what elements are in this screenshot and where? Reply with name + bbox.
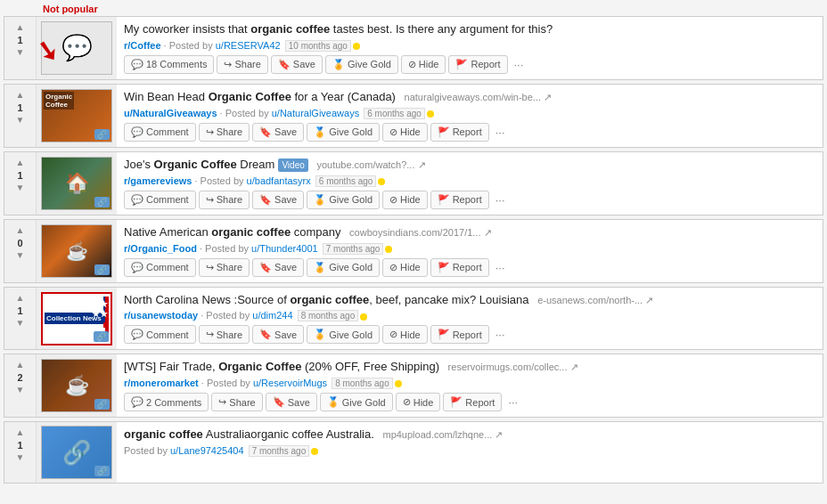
time-badge: 7 months ago bbox=[249, 445, 310, 457]
action-save-button[interactable]: 🔖Save bbox=[252, 123, 304, 142]
action-icon: 🔖 bbox=[259, 194, 272, 206]
action-18-comments-button[interactable]: 💬18 Comments bbox=[124, 55, 214, 74]
downvote-button[interactable]: ▼ bbox=[12, 250, 29, 261]
downvote-button[interactable]: ▼ bbox=[12, 47, 29, 58]
post-content: [WTS] Fair Trade, Organic Coffee (20% OF… bbox=[117, 354, 823, 417]
action-report-button[interactable]: 🚩Report bbox=[430, 191, 489, 209]
upvote-button[interactable]: ▲ bbox=[12, 158, 29, 168]
action-report-button[interactable]: 🚩Report bbox=[448, 55, 507, 74]
subreddit-link[interactable]: u/NaturalGiveaways bbox=[124, 108, 217, 118]
action-icon: 🔖 bbox=[273, 396, 285, 408]
subreddit-link[interactable]: r/usanewstoday bbox=[124, 310, 198, 321]
action-comment-button[interactable]: 💬Comment bbox=[124, 191, 196, 209]
subreddit-link[interactable]: r/Coffee bbox=[124, 40, 161, 51]
action-share-button[interactable]: ↪Share bbox=[211, 393, 262, 411]
action-share-button[interactable]: ↪Share bbox=[199, 123, 250, 142]
action-save-button[interactable]: 🔖Save bbox=[252, 258, 304, 277]
post-item-5: ▲1▼ Collection News ★★★★★★ 🔗North Caroli… bbox=[4, 287, 823, 351]
action-label: Share bbox=[217, 329, 242, 340]
external-link[interactable]: cowboysindians.com/2017/1... ↗ bbox=[349, 227, 491, 238]
upvote-button[interactable]: ▲ bbox=[12, 22, 29, 33]
action-comment-button[interactable]: 💬Comment bbox=[124, 325, 196, 344]
downvote-button[interactable]: ▼ bbox=[12, 318, 29, 329]
action-label: Give Gold bbox=[329, 329, 373, 340]
username-link[interactable]: u/ReservoirMugs bbox=[253, 378, 327, 388]
more-options-button[interactable]: ··· bbox=[504, 394, 521, 411]
downvote-button[interactable]: ▼ bbox=[12, 115, 29, 126]
action-give-gold-button[interactable]: 🏅Give Gold bbox=[307, 123, 380, 142]
downvote-button[interactable]: ▼ bbox=[12, 183, 29, 193]
subreddit-link[interactable]: r/moneromarket bbox=[124, 378, 199, 388]
action-icon: 🏅 bbox=[332, 59, 345, 70]
action-save-button[interactable]: 🔖Save bbox=[271, 55, 323, 74]
action-report-button[interactable]: 🚩Report bbox=[430, 123, 489, 142]
action-icon: ⊘ bbox=[408, 59, 416, 70]
action-save-button[interactable]: 🔖Save bbox=[266, 393, 317, 411]
action-bar: 💬Comment↪Share🔖Save🏅Give Gold⊘Hide🚩Repor… bbox=[124, 258, 815, 277]
action-hide-button[interactable]: ⊘Hide bbox=[382, 258, 428, 277]
vote-column: ▲1▼ bbox=[4, 422, 37, 483]
action-share-button[interactable]: ↪Share bbox=[217, 55, 267, 74]
action-share-button[interactable]: ↪Share bbox=[199, 325, 250, 344]
action-report-button[interactable]: 🚩Report bbox=[430, 258, 489, 277]
action-icon: 💬 bbox=[131, 396, 143, 408]
action-hide-button[interactable]: ⊘Hide bbox=[401, 55, 446, 74]
external-link-icon: ↗ bbox=[418, 159, 426, 170]
action-label: Share bbox=[234, 59, 260, 69]
username-link[interactable]: u/NaturalGiveaways bbox=[272, 108, 359, 118]
action-share-button[interactable]: ↪Share bbox=[199, 191, 250, 209]
more-options-button[interactable]: ··· bbox=[492, 191, 509, 208]
username-link[interactable]: u/Lane97425404 bbox=[170, 445, 244, 456]
username-link[interactable]: u/badfantasyrx bbox=[247, 175, 311, 186]
action-save-button[interactable]: 🔖Save bbox=[252, 191, 304, 209]
gold-dot bbox=[378, 178, 385, 185]
thumbnail-column: ☕🔗 bbox=[37, 220, 117, 282]
action-give-gold-button[interactable]: 🏅Give Gold bbox=[307, 325, 380, 344]
action-icon: 🚩 bbox=[438, 329, 450, 340]
external-link[interactable]: naturalgiveaways.com/win-be... ↗ bbox=[405, 92, 553, 102]
subreddit-link[interactable]: r/gamereviews bbox=[124, 175, 192, 186]
action-hide-button[interactable]: ⊘Hide bbox=[382, 191, 428, 209]
action-hide-button[interactable]: ⊘Hide bbox=[382, 325, 428, 344]
action-2-comments-button[interactable]: 💬2 Comments bbox=[124, 393, 209, 411]
action-icon: 🔖 bbox=[259, 329, 272, 340]
action-comment-button[interactable]: 💬Comment bbox=[124, 123, 196, 142]
downvote-button[interactable]: ▼ bbox=[12, 385, 29, 395]
action-comment-button[interactable]: 💬Comment bbox=[124, 258, 196, 277]
upvote-button[interactable]: ▲ bbox=[12, 225, 29, 236]
upvote-button[interactable]: ▲ bbox=[12, 360, 29, 370]
action-icon: 🏅 bbox=[314, 329, 326, 340]
username-link[interactable]: u/Thunder4001 bbox=[251, 243, 318, 254]
action-give-gold-button[interactable]: 🏅Give Gold bbox=[307, 191, 380, 209]
action-label: Hide bbox=[400, 126, 421, 137]
external-link[interactable]: reservoirmugs.com/collec... ↗ bbox=[448, 362, 578, 372]
post-item-2: ▲1▼OrganicCoffee🔗Win Bean Head Organic C… bbox=[4, 84, 823, 148]
action-give-gold-button[interactable]: 🏅Give Gold bbox=[325, 55, 398, 74]
external-link[interactable]: youtube.com/watch?... ↗ bbox=[316, 159, 425, 170]
action-icon: ↪ bbox=[224, 59, 232, 70]
action-label: Save bbox=[274, 262, 297, 272]
more-options-button[interactable]: ··· bbox=[492, 124, 509, 141]
upvote-button[interactable]: ▲ bbox=[12, 293, 29, 304]
action-report-button[interactable]: 🚩Report bbox=[430, 325, 489, 344]
more-options-button[interactable]: ··· bbox=[511, 56, 528, 73]
more-options-button[interactable]: ··· bbox=[492, 259, 509, 276]
external-link[interactable]: mp4upload.com/lzhqne... ↗ bbox=[382, 429, 503, 440]
action-save-button[interactable]: 🔖Save bbox=[252, 325, 304, 344]
action-report-button[interactable]: 🚩Report bbox=[443, 393, 502, 411]
downvote-button[interactable]: ▼ bbox=[12, 452, 29, 463]
subreddit-link[interactable]: r/Organic_Food bbox=[124, 243, 197, 254]
action-give-gold-button[interactable]: 🏅Give Gold bbox=[307, 258, 380, 277]
external-link[interactable]: e-usanews.com/north-... ↗ bbox=[537, 295, 653, 305]
action-label: Share bbox=[217, 194, 242, 205]
action-give-gold-button[interactable]: 🏅Give Gold bbox=[320, 393, 393, 411]
action-hide-button[interactable]: ⊘Hide bbox=[396, 393, 441, 411]
username-link[interactable]: u/dim244 bbox=[252, 310, 292, 321]
action-share-button[interactable]: ↪Share bbox=[199, 258, 250, 277]
more-options-button[interactable]: ··· bbox=[492, 326, 509, 343]
username-link[interactable]: u/RESERVA42 bbox=[216, 40, 281, 51]
upvote-button[interactable]: ▲ bbox=[12, 427, 29, 438]
action-hide-button[interactable]: ⊘Hide bbox=[382, 123, 428, 142]
post-item-6: ▲2▼☕🔗[WTS] Fair Trade, Organic Coffee (2… bbox=[4, 354, 823, 418]
upvote-button[interactable]: ▲ bbox=[12, 90, 29, 101]
